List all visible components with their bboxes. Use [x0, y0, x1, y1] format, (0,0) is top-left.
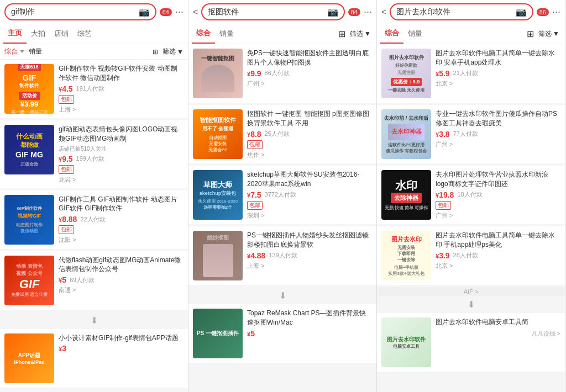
- product-price: ¥3: [59, 344, 66, 353]
- sort-sales-1[interactable]: 销量: [29, 47, 42, 56]
- product-price: ¥8.8: [247, 130, 261, 139]
- dots-1[interactable]: ···: [175, 6, 184, 18]
- filter-icon-2: ▼: [364, 30, 371, 38]
- product-info: sketchup草图大师软件SU安装包2016-2020苹果mac系统win ¥…: [247, 170, 372, 220]
- camera-icon-2[interactable]: 📷: [327, 7, 338, 17]
- product-sold: 86人付款: [265, 69, 290, 77]
- product-location: 南通 >: [59, 286, 184, 294]
- filter-label-1: 筛选: [163, 47, 176, 56]
- product-sold: 77人付款: [453, 130, 478, 138]
- product-list-3[interactable]: 图片去水印软件 好好你新款 无需注册 优惠价：5.9 一键去除 永久使用 图片去…: [377, 44, 565, 392]
- product-title: 图片去水印软件电脑工具简单一键去除水印 手机app处理ps美化: [436, 231, 560, 250]
- product-list-1[interactable]: 天猫618 GIF 制件软件 活动价 ¥3.99 买一赠一·赠品三选 GIF制作…: [0, 60, 188, 392]
- product-title: PS一键抠图插件人物婚纱头发丝抠图滤镜影楼扣图白底换背景软: [247, 231, 372, 250]
- camera-icon-1[interactable]: 📷: [139, 7, 150, 17]
- tab-1-auction[interactable]: 大拍: [27, 24, 50, 43]
- product-info: gif动图动态表情包头像闪图LOGO动画视频GIF动态图MG动画制 店铺已被51…: [59, 125, 184, 184]
- scroll-arrow-1: ⬇: [91, 315, 98, 326]
- tab-1-home[interactable]: 主页: [3, 24, 27, 44]
- filter-label-2: 筛选: [350, 29, 363, 39]
- product-thumb: 婚纱抠图: [193, 231, 243, 280]
- tabs-1: 主页 大拍 店铺 综艺: [0, 24, 188, 44]
- product-price: ¥3.8: [436, 130, 450, 139]
- sort-comprehensive-1[interactable]: 综合: [4, 47, 24, 56]
- product-sold: 3772人付款: [265, 190, 296, 199]
- product-title: Topaz ReMask Chart PS—图插件背景快速抠图Win/Mac: [247, 309, 372, 327]
- list-item[interactable]: 草图大师 sketchup安装包 永久使用 2016-2020 远程需要拍2个 …: [188, 166, 376, 224]
- product-sold: 191人付款: [76, 84, 104, 93]
- badge-2: 84: [348, 8, 360, 16]
- product-location: 北京 >: [436, 262, 560, 270]
- filter-btn-2[interactable]: 筛选 ▼: [348, 25, 373, 43]
- filter-icon-3: ▼: [553, 30, 559, 38]
- back-btn-2[interactable]: <: [193, 7, 198, 17]
- filter-label-3: 筛选: [538, 29, 552, 39]
- list-item[interactable]: 图片去水印软件 好好你新款 无需注册 优惠价：5.9 一键去除 永久使用 图片去…: [377, 44, 565, 103]
- tab-2-sales[interactable]: 销量: [215, 24, 238, 43]
- list-item[interactable]: 图片去水印 无需安装 下载即用 一键去除 电脑+手机版 实用3款+送大礼包 图片…: [377, 226, 565, 285]
- panel-3: < 图片去水印软件 📷 86 ··· 综合 销量 ⊞ 筛选 ▼ 图片去水印软件 …: [377, 0, 565, 392]
- product-info: 小小设计素材GIF制作-gif表情包APP话题 ¥3: [59, 333, 184, 383]
- product-info: 抠图软件 一键抠图 智能抠图 p图抠图修图换背景软件工具 不用 ¥8.8 25人…: [247, 109, 372, 159]
- search-query-1: gif制作: [11, 7, 135, 17]
- tab-3-sales[interactable]: 销量: [403, 24, 427, 43]
- scroll-bottom-2[interactable]: ⬇: [188, 287, 376, 304]
- scroll-bottom-1[interactable]: ⬇: [0, 312, 188, 329]
- product-location: 龙岩 >: [59, 176, 184, 184]
- product-info: GIF制作工具 GIF动图制作软件 动态图片GIF软件 GIF制作软件 ¥8.8…: [59, 195, 184, 245]
- sort-grid-1[interactable]: ⊞: [153, 48, 158, 56]
- product-ship: 包邮: [59, 225, 74, 234]
- list-item[interactable]: 智能抠图软件 用不了 全额退 自动抠图 无需安装 无需会PS 抠图软件 一键抠图…: [188, 105, 376, 163]
- tab-1-store[interactable]: 店铺: [50, 24, 73, 43]
- product-title: 去水印图片处理软件营业执照水印新浪logo商标文字证件印图还: [436, 170, 560, 189]
- search-box-3[interactable]: 图片去水印软件 📷: [390, 3, 533, 20]
- product-title: 小小设计素材GIF制作-gif表情包APP话题: [59, 333, 184, 343]
- product-price: ¥9.5: [59, 155, 73, 163]
- product-location: 广州 >: [436, 211, 560, 220]
- list-item[interactable]: 去水印前 / 去水印后 去水印神器 这软件比PS更好用 傻瓜操作 有教程包会 专…: [377, 105, 565, 163]
- list-item[interactable]: 水印 去除神器 无损 快速 简单 可操作 去水印图片处理软件营业执照水印新浪lo…: [377, 166, 565, 224]
- product-thumb: 水印 去除神器 无损 快速 简单 可操作: [381, 170, 431, 220]
- product-sold: 69人付款: [70, 276, 95, 284]
- scroll-arrow-3: ⬇: [468, 299, 475, 310]
- product-ship: 包邮: [59, 95, 74, 104]
- list-item[interactable]: 婚纱抠图 PS一键抠图插件人物婚纱头发丝抠图滤镜影楼扣图白底换背景软 ¥4.88…: [188, 226, 376, 285]
- grid-icon-2[interactable]: ⊞: [336, 24, 348, 44]
- dots-3[interactable]: ···: [552, 6, 560, 18]
- tab-3-comprehensive[interactable]: 综合: [380, 24, 403, 44]
- product-thumb: 图片去水印软件 好好你新款 无需注册 优惠价：5.9 一键去除 永久使用: [381, 49, 431, 98]
- back-btn-3[interactable]: <: [381, 7, 386, 17]
- product-info: PS一键抠图插件人物婚纱头发丝抠图滤镜影楼扣图白底换背景软 ¥4.88 139人…: [247, 231, 372, 280]
- grid-icon-3[interactable]: ⊞: [525, 24, 536, 44]
- tab-2-comprehensive[interactable]: 综合: [192, 24, 215, 44]
- list-item[interactable]: 一键智能抠图 免PS一键快速智能抠图软件主图透明白底图片个人像物P扣图换 ¥9.…: [188, 44, 376, 103]
- list-item[interactable]: GIF制作软件 视频转GIF 动态图片制作 微信动图 GIF制作工具 GIF动图…: [0, 190, 188, 249]
- product-sold: 21人付款: [453, 69, 478, 77]
- list-item[interactable]: PS 一键抠图插件 Topaz ReMask Chart PS—图插件背景快速抠…: [188, 304, 376, 363]
- list-item[interactable]: 图片去水印软件 电脑安卓工具 图片去水印软件电脑安卓工具简 凡凡说钱 >: [377, 313, 565, 372]
- list-item[interactable]: 什么动画 都能做 GIF MG 正版金质 gif动图动态表情包头像闪图LOGO动…: [0, 120, 188, 188]
- product-thumb: 天猫618 GIF 制件软件 活动价 ¥3.99 买一赠一·赠品三选: [4, 64, 54, 114]
- tabs-3: 综合 销量 ⊞ 筛选 ▼: [377, 24, 565, 44]
- product-info: Topaz ReMask Chart PS—图插件背景快速抠图Win/Mac ¥…: [247, 309, 372, 358]
- product-title: 图片去水印软件电脑工具简单一键去除水印 安卓手机app处理水: [436, 49, 560, 67]
- search-box-1[interactable]: gif制作 📷: [4, 3, 156, 20]
- dots-2[interactable]: ···: [364, 6, 372, 18]
- product-sold: 18人付款: [457, 190, 482, 199]
- product-title: GIF制作软件 视频转GIF软件安装 动图制作软件 微信动图制作: [59, 64, 184, 83]
- product-ship: 包邮: [247, 201, 263, 210]
- list-item[interactable]: 天猫618 GIF 制件软件 活动价 ¥3.99 买一赠一·赠品三选 GIF制作…: [0, 60, 188, 118]
- tab-1-variety[interactable]: 综艺: [73, 24, 96, 43]
- product-list-2[interactable]: 一键智能抠图 免PS一键快速智能抠图软件主图透明白底图片个人像物P扣图换 ¥9.…: [188, 44, 376, 392]
- product-price: ¥7.5: [247, 190, 261, 199]
- product-sold: 25人付款: [265, 130, 290, 138]
- scroll-bottom-3[interactable]: ⬇: [377, 296, 565, 313]
- filter-btn-3[interactable]: 筛选 ▼: [536, 25, 562, 43]
- list-item[interactable]: APP话题 iPhone&iPad 小小设计素材GIF制作-gif表情包APP话…: [0, 329, 188, 388]
- filter-btn-1[interactable]: 筛选 ▼: [163, 47, 184, 56]
- product-sold: 199人付款: [76, 155, 104, 163]
- product-info: 图片去水印软件电脑工具简单一键去除水印 安卓手机app处理水 ¥5.9 21人付…: [436, 49, 560, 98]
- list-item[interactable]: 动画 表情包 视频 公众号 GIF 免费试用 适当年费 代做flash动画gif…: [0, 251, 188, 310]
- search-box-2[interactable]: 抠图软件 📷: [201, 3, 344, 20]
- camera-icon-3[interactable]: 📷: [516, 7, 527, 17]
